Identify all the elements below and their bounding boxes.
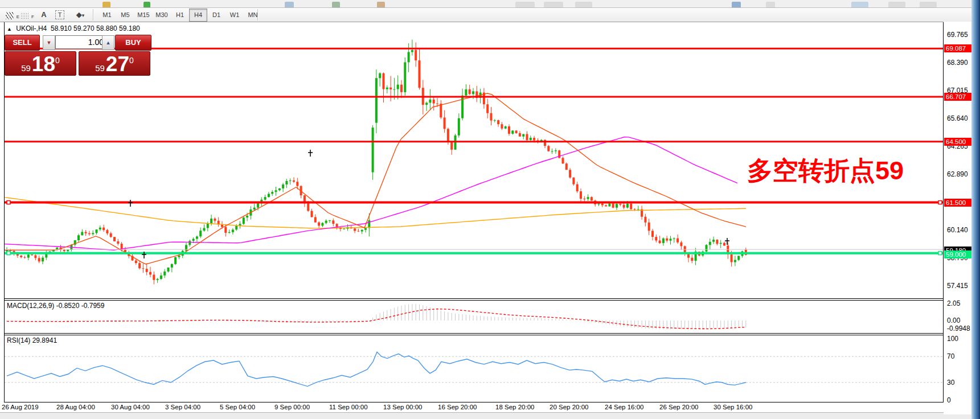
price-badge: 66.707 bbox=[944, 93, 972, 101]
volume-decrease-button[interactable]: ▼ bbox=[43, 35, 55, 50]
date-label: 16 Sep 20:00 bbox=[438, 404, 477, 410]
symbol-ohlc: 58.910 59.270 58.880 59.180 bbox=[51, 24, 140, 32]
price-tick-label: 62.890 bbox=[947, 170, 968, 178]
date-label: 3 Sep 04:00 bbox=[165, 404, 200, 410]
sell-button[interactable]: SELL bbox=[5, 35, 40, 51]
price-tick-label: 65.640 bbox=[947, 114, 968, 122]
date-axis: 26 Aug 201928 Aug 04:0030 Aug 04:003 Sep… bbox=[0, 402, 971, 412]
buy-price-prefix: 59 bbox=[95, 64, 105, 72]
date-label: 13 Sep 00:00 bbox=[383, 404, 422, 410]
rsi-axis-label: 100 bbox=[947, 335, 958, 343]
sell-price-sup: 0 bbox=[55, 56, 60, 64]
price-badge: 64.500 bbox=[944, 138, 972, 146]
date-label: 18 Sep 20:00 bbox=[495, 404, 534, 410]
sell-price-big: 18 bbox=[32, 55, 55, 73]
price-tick-label: 69.765 bbox=[947, 31, 968, 39]
date-label: 24 Sep 16:00 bbox=[605, 404, 643, 410]
symbol-header: ▲ UKOil-,H4 58.910 59.270 58.880 59.180 bbox=[7, 24, 140, 32]
one-click-trade-panel: SELL ▼ ▲ BUY 59 18 0 59 27 0 bbox=[5, 35, 151, 76]
price-badge: 69.087 bbox=[944, 44, 972, 52]
rsi-axis-label: 70 bbox=[947, 352, 954, 360]
date-label: 20 Sep 20:00 bbox=[550, 404, 588, 410]
rsi-axis-label: 30 bbox=[947, 379, 954, 387]
collapse-triangle-icon[interactable]: ▲ bbox=[7, 26, 12, 32]
date-label: 11 Sep 00:00 bbox=[329, 404, 368, 410]
date-label: 28 Aug 04:00 bbox=[56, 404, 95, 410]
chart-annotation-text[interactable]: 多空转折点59 bbox=[747, 154, 904, 188]
symbol-name: UKOil-,H4 bbox=[16, 24, 47, 32]
date-label: 30 Aug 04:00 bbox=[111, 404, 150, 410]
date-label: 30 Sep 16:00 bbox=[714, 404, 752, 410]
date-label: 26 Sep 20:00 bbox=[659, 404, 698, 410]
macd-axis-label: 0.00 bbox=[947, 317, 960, 324]
price-tick-label: 57.415 bbox=[947, 282, 968, 290]
buy-button[interactable]: BUY bbox=[115, 35, 151, 51]
price-axis: 69.76568.39067.01565.64064.26562.89060.1… bbox=[944, 22, 971, 414]
buy-price-big: 27 bbox=[106, 55, 129, 73]
price-tick-label: 60.140 bbox=[947, 226, 968, 234]
date-label: 26 Aug 2019 bbox=[2, 404, 39, 410]
price-badge: 59.000 bbox=[944, 250, 972, 258]
sell-price-tile[interactable]: 59 18 0 bbox=[5, 51, 76, 76]
date-label: 5 Sep 04:00 bbox=[220, 404, 255, 410]
date-label: 9 Sep 00:00 bbox=[274, 404, 310, 410]
macd-axis-label: 2.05 bbox=[947, 299, 960, 307]
rsi-label: RSI(14) 29.8941 bbox=[7, 336, 57, 344]
volume-input[interactable] bbox=[55, 35, 106, 49]
mid-ma bbox=[5, 137, 737, 250]
buy-price-tile[interactable]: 59 27 0 bbox=[79, 51, 150, 76]
macd-label: MACD(12,26,9) -0.8520 -0.7959 bbox=[7, 302, 104, 310]
buy-price-sup: 0 bbox=[129, 56, 134, 64]
bottom-strip bbox=[0, 412, 971, 419]
sell-price-prefix: 59 bbox=[21, 64, 31, 72]
macd-axis-label: -0.9948 bbox=[947, 324, 970, 332]
price-tick-label: 68.390 bbox=[947, 59, 968, 67]
window-right-edge bbox=[971, 0, 980, 419]
price-badge: 61.500 bbox=[944, 199, 972, 207]
volume-increase-button[interactable]: ▲ bbox=[102, 35, 114, 50]
mt4-window: E F A T ◆▾ M1M5M15M30H1H4D1W1MN ▲ UKOil-… bbox=[0, 0, 980, 419]
